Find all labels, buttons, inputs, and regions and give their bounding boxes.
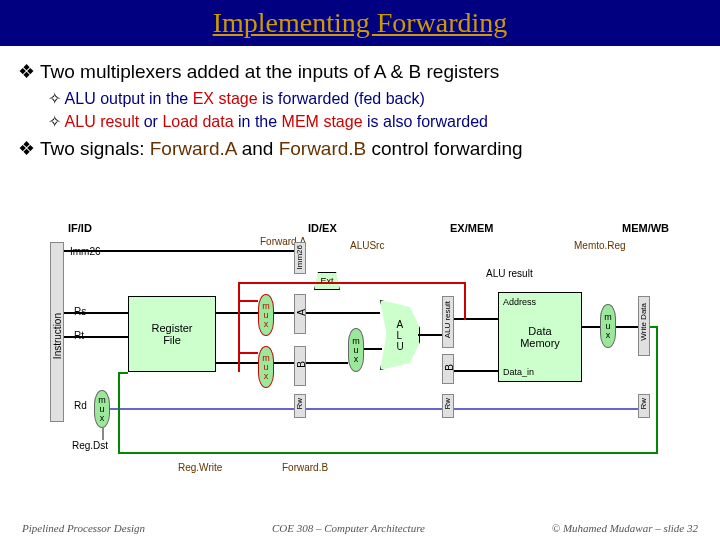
wire-fwd [238,352,258,354]
lbl-ifid: IF/ID [68,222,92,234]
lbl-alusrc: ALUSrc [350,240,384,251]
wire [274,362,294,364]
lbl-alu-result: ALU result [486,268,533,279]
wire [454,318,498,320]
reg-idex-rw: Rw [294,394,306,418]
lbl-datain: Data_in [503,367,534,377]
title-bar: Implementing Forwarding [0,0,720,46]
wire [364,348,382,350]
wire [64,336,128,338]
reg-memwb-wd: Write Data [638,296,650,356]
lbl-regdst: Reg.Dst [72,440,108,451]
slide-footer: Pipelined Processor Design COE 308 – Com… [0,522,720,534]
reg-idex-a: A [294,294,306,334]
lbl-memwb: MEM/WB [622,222,669,234]
lbl-writedata: Write Data [639,303,648,341]
wire [216,362,258,364]
footer-center: COE 308 – Computer Architecture [272,522,425,534]
wire [64,250,294,252]
lbl-forwardB: Forward.B [282,462,328,473]
wire-fwd [238,282,240,372]
lbl-rw2: Rw [443,398,452,410]
lbl-imm26: Imm26 [70,246,101,257]
wire [418,334,442,336]
lbl-instruction: Instruction [52,313,63,359]
wire [582,326,600,328]
footer-left: Pipelined Processor Design [22,522,145,534]
lbl-exmem: EX/MEM [450,222,493,234]
wire-wb [118,372,120,453]
reg-exmem-rw: Rw [442,394,454,418]
wire-wb [650,326,658,328]
slide-title: Implementing Forwarding [213,7,508,39]
wire [64,312,128,314]
wire [616,326,638,328]
lbl-idex: ID/EX [308,222,337,234]
data-memory: Address Data Memory Data_in [498,292,582,382]
lbl-datamem: Data Memory [520,307,560,367]
bullet-2: Two signals: Forward.A and Forward.B con… [18,137,702,160]
lbl-rd: Rd [74,400,87,411]
wire [454,370,498,372]
register-file: Register File [128,296,216,372]
mux-memtoreg: mux [600,304,616,348]
wire-wb [118,452,658,454]
lbl-address: Address [503,297,536,307]
wire-wb [118,372,128,374]
bullet-list: Two multiplexers added at the inputs of … [0,46,720,160]
lbl-regwrite: Reg.Write [178,462,222,473]
wire [274,312,294,314]
bullet-1a: ALU output in the EX stage is forwarded … [48,89,702,108]
wire-fwd [238,300,258,302]
wire-wb [656,326,658,453]
wire [216,312,258,314]
lbl-rw3: Rw [639,398,648,410]
reg-idex-imm: Imm26 [294,242,306,274]
bullet-1: Two multiplexers added at the inputs of … [18,60,702,83]
wire [102,428,104,440]
alu: A L U [380,300,420,370]
wire [454,408,638,410]
bullet-1b: ALU result or Load data in the MEM stage… [48,112,702,131]
lbl-rw1: Rw [295,398,304,410]
reg-memwb-rw: Rw [638,394,650,418]
reg-ifid: Instruction [50,242,64,422]
reg-exmem-alu: ALU result [442,296,454,348]
datapath-diagram: IF/ID ID/EX EX/MEM MEM/WB Instruction Im… [18,222,702,492]
wire-fwd [464,282,466,320]
wire [306,408,442,410]
mux-alusrc: mux [348,328,364,372]
wire [306,362,348,364]
lbl-alures-v: ALU result [443,301,452,338]
mux-forward-a: mux [258,294,274,336]
wire-fwd [238,282,466,284]
reg-idex-b: B [294,346,306,386]
mux-regdst: mux [94,390,110,428]
wire [306,312,380,314]
ext-block: Ext [314,272,340,290]
footer-right: © Muhamed Mudawar – slide 32 [552,522,698,534]
lbl-imm26-v: Imm26 [295,245,304,269]
lbl-memtoreg: Memto.Reg [574,240,626,251]
wire [110,408,294,410]
mux-forward-b: mux [258,346,274,388]
reg-exmem-b: B [442,354,454,384]
